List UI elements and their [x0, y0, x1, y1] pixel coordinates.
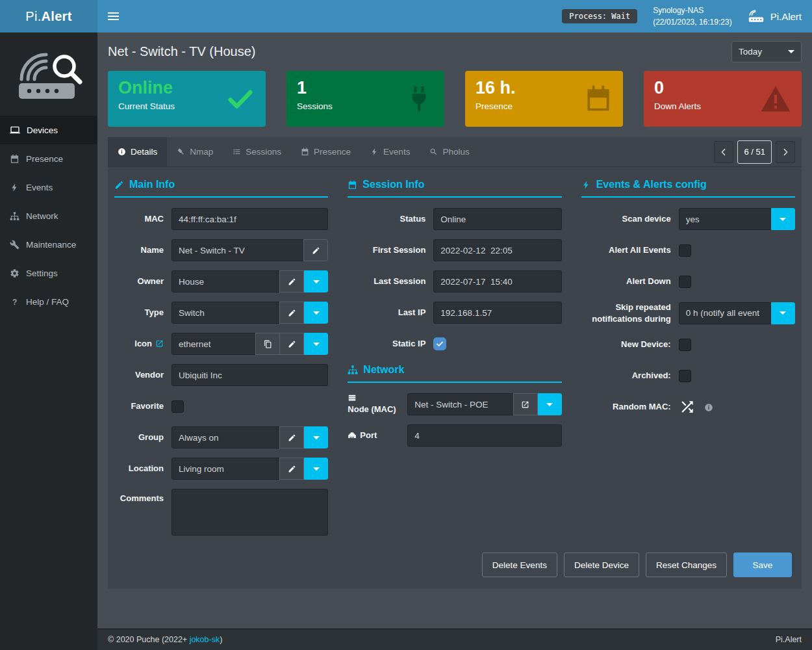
question-icon — [10, 297, 19, 307]
owner-label: Owner — [114, 276, 171, 287]
warning-icon — [760, 83, 791, 114]
external-link-icon — [521, 400, 529, 409]
field-static-ip: Static IP — [348, 333, 561, 355]
section-title-session-info: Session Info — [348, 179, 561, 198]
tab-events[interactable]: Events — [361, 137, 420, 166]
skip-notifications-dropdown-button[interactable] — [771, 302, 795, 324]
static-ip-checkbox[interactable] — [433, 337, 446, 350]
section-title-main-info: Main Info — [114, 179, 328, 198]
group-input[interactable] — [171, 426, 280, 448]
skip-notifications-input[interactable] — [679, 302, 771, 324]
name-edit-button[interactable] — [303, 239, 328, 261]
node-label: Node (MAC) — [348, 393, 407, 415]
node-input[interactable] — [407, 393, 513, 415]
status-card-sessions: 1 Sessions — [286, 71, 444, 127]
period-selector[interactable]: Today — [731, 41, 802, 62]
footer-app-name: Pi.Alert — [776, 635, 802, 644]
sidebar-item-help[interactable]: Help / FAQ — [0, 287, 97, 316]
node-open-button[interactable] — [513, 393, 538, 415]
location-edit-button[interactable] — [279, 458, 304, 480]
group-edit-button[interactable] — [279, 426, 304, 448]
new-device-label: New Device: — [581, 339, 679, 350]
wrench-icon — [10, 240, 19, 250]
sidebar-toggle-button[interactable] — [97, 0, 129, 32]
mac-input[interactable] — [171, 208, 328, 230]
delete-device-button[interactable]: Delete Device — [564, 552, 639, 577]
last-ip-input[interactable] — [433, 302, 561, 324]
icon-input[interactable] — [171, 333, 256, 355]
gear-icon — [10, 268, 19, 278]
chevron-down-icon — [313, 436, 320, 439]
jokob-sk-link[interactable]: jokob-sk — [190, 635, 220, 644]
external-link-icon[interactable] — [155, 339, 164, 348]
tabs-row: Details Nmap Sessions Presence — [108, 137, 802, 167]
brand-name: Alert — [42, 9, 72, 24]
owner-dropdown-button[interactable] — [304, 270, 328, 292]
field-alert-down: Alert Down — [581, 270, 795, 292]
icon-label: Icon — [114, 338, 171, 350]
field-mac: MAC — [114, 208, 328, 230]
location-dropdown-button[interactable] — [304, 458, 328, 480]
bolt-icon — [370, 148, 379, 156]
sidebar-item-presence[interactable]: Presence — [0, 144, 97, 173]
bolt-icon — [10, 183, 19, 192]
type-edit-button[interactable] — [279, 302, 304, 324]
type-input[interactable] — [171, 302, 280, 324]
new-device-checkbox[interactable] — [679, 339, 691, 351]
brand-prefix: Pi. — [25, 9, 41, 24]
alert-all-events-checkbox[interactable] — [679, 244, 691, 257]
icon-copy-button[interactable] — [255, 333, 280, 355]
icon-dropdown-button[interactable] — [304, 333, 328, 355]
scan-device-dropdown-button[interactable] — [771, 208, 795, 230]
hammer-icon — [177, 148, 185, 156]
header-app-link[interactable]: Pi.Alert — [748, 10, 802, 23]
sidebar-item-maintenance[interactable]: Maintenance — [0, 230, 97, 259]
tab-sessions[interactable]: Sessions — [223, 137, 291, 166]
first-session-input[interactable] — [433, 239, 561, 261]
sidebar-item-events[interactable]: Events — [0, 173, 97, 202]
save-button[interactable]: Save — [733, 552, 792, 577]
chevron-down-icon — [546, 403, 553, 406]
vendor-input[interactable] — [171, 364, 328, 386]
name-input[interactable] — [171, 239, 304, 261]
tab-presence[interactable]: Presence — [291, 137, 361, 166]
reset-changes-button[interactable]: Reset Changes — [646, 552, 727, 577]
status-input[interactable] — [433, 208, 561, 230]
brand-logo[interactable]: Pi.Alert — [0, 0, 97, 32]
search-icon — [429, 148, 438, 156]
location-input[interactable] — [171, 458, 280, 480]
port-input[interactable] — [407, 424, 561, 447]
archived-checkbox[interactable] — [679, 370, 691, 382]
scan-device-input[interactable] — [679, 208, 771, 230]
group-dropdown-button[interactable] — [304, 426, 328, 448]
session-info-section: Session Info Status First Session Last S… — [348, 179, 561, 545]
sidebar-item-devices[interactable]: Devices — [0, 116, 97, 144]
tab-nmap[interactable]: Nmap — [167, 137, 223, 166]
owner-edit-button[interactable] — [279, 270, 304, 292]
field-icon: Icon — [114, 333, 328, 355]
random-mac-info-icon[interactable] — [704, 403, 713, 412]
tab-pholus[interactable]: Pholus — [420, 137, 479, 166]
alert-down-checkbox[interactable] — [679, 276, 691, 288]
sidebar-item-network[interactable]: Network — [0, 202, 97, 230]
owner-input[interactable] — [171, 270, 280, 292]
previous-device-button[interactable] — [714, 141, 733, 163]
content-area: Net - Switch - TV (House) Today Online C… — [97, 32, 812, 650]
server-name: Synology-NAS — [653, 5, 731, 16]
tab-details[interactable]: Details — [108, 137, 167, 166]
field-favorite: Favorite — [114, 395, 328, 417]
type-dropdown-button[interactable] — [304, 302, 328, 324]
favorite-checkbox[interactable] — [171, 400, 184, 413]
vendor-label: Vendor — [114, 369, 171, 381]
last-ip-label: Last IP — [348, 307, 433, 318]
last-session-input[interactable] — [433, 270, 561, 292]
card-value: 16 h. — [476, 78, 516, 98]
delete-events-button[interactable]: Delete Events — [482, 552, 557, 577]
port-label: Port — [348, 430, 407, 441]
sidebar-item-settings[interactable]: Settings — [0, 259, 97, 287]
icon-edit-button[interactable] — [279, 333, 304, 355]
next-device-button[interactable] — [776, 141, 795, 163]
page-title: Net - Switch - TV (House) — [108, 44, 255, 59]
node-dropdown-button[interactable] — [538, 393, 562, 415]
comments-textarea[interactable] — [171, 489, 328, 536]
